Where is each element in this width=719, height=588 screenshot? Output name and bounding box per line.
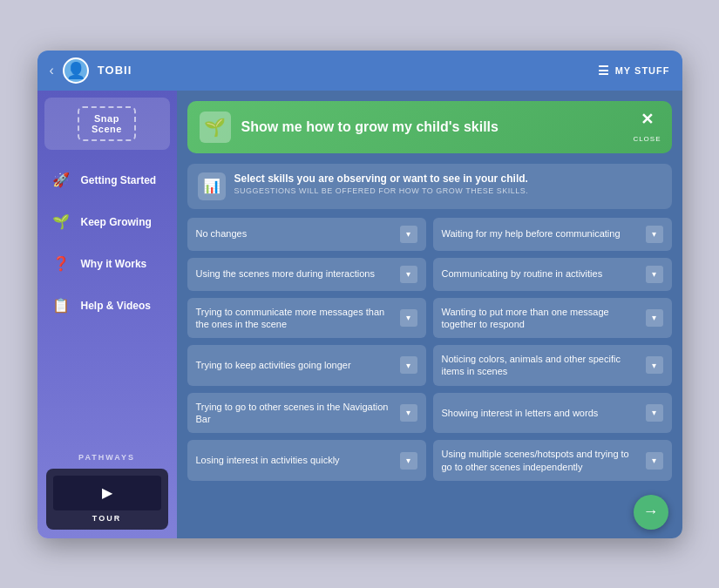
avatar: 👤	[63, 57, 89, 84]
skill-item-communicate-more[interactable]: Trying to communicate more messages than…	[187, 298, 426, 339]
skill-item-more-messages[interactable]: Wanting to put more than one message tog…	[433, 298, 672, 339]
sidebar-label-keep-growing: Keep Growing	[81, 216, 152, 228]
next-btn-area: →	[177, 491, 682, 538]
select-text: Select skills you are observing or want …	[234, 172, 529, 195]
skill-item-text: Showing interest in letters and words	[442, 407, 641, 419]
play-icon: ▶	[102, 484, 112, 501]
skills-grid: No changes ▾ Waiting for my help before …	[177, 218, 682, 491]
skill-item-text: Wanting to put more than one message tog…	[442, 306, 641, 331]
plant-icon: 🌱	[50, 211, 72, 233]
sidebar-item-getting-started[interactable]: 🚀 Getting Started	[37, 160, 177, 200]
sidebar-bottom: PATHWAYS ▶ TOUR	[37, 444, 177, 538]
skill-item-using-scenes[interactable]: Using the scenes more during interaction…	[187, 258, 426, 291]
tour-label: TOUR	[53, 514, 161, 523]
avatar-icon: 👤	[66, 61, 85, 80]
back-button[interactable]: ‹	[50, 63, 54, 78]
mystuff-label: MY STUFF	[615, 65, 670, 76]
chevron-down-icon: ▾	[400, 404, 417, 422]
main-content: 🌱 Show me how to grow my child's skills …	[177, 91, 682, 538]
question-icon: ❓	[50, 253, 72, 275]
sidebar-item-why-it-works[interactable]: ❓ Why it Works	[37, 244, 177, 284]
chevron-down-icon: ▾	[646, 266, 663, 283]
skill-item-text: Using multiple scenes/hotspots and tryin…	[442, 448, 641, 473]
skill-item-losing-interest[interactable]: Losing interest in activities quickly ▾	[187, 440, 426, 481]
chevron-down-icon: ▾	[646, 452, 663, 470]
header-username: TOBII	[98, 64, 132, 77]
sidebar: SnapScene 🚀 Getting Started 🌱 Keep Growi…	[37, 91, 177, 538]
app-container: ‹ 👤 TOBII ☰ MY STUFF SnapScene 🚀 Getting…	[37, 51, 682, 538]
header: ‹ 👤 TOBII ☰ MY STUFF	[37, 51, 682, 91]
skill-item-keep-activities[interactable]: Trying to keep activities going longer ▾	[187, 345, 426, 386]
chevron-down-icon: ▾	[400, 309, 417, 327]
header-right[interactable]: ☰ MY STUFF	[598, 64, 670, 78]
sidebar-label-why-it-works: Why it Works	[81, 258, 147, 270]
skill-item-text: Trying to go to other scenes in the Navi…	[196, 401, 395, 426]
close-label: CLOSE	[633, 135, 661, 143]
skill-item-waiting-for-help[interactable]: Waiting for my help before communicating…	[433, 218, 672, 251]
close-button[interactable]: ✕ CLOSE	[633, 110, 661, 145]
snap-scene-label: SnapScene	[78, 106, 136, 141]
chevron-down-icon: ▾	[646, 309, 663, 327]
header-left: ‹ 👤 TOBII	[50, 57, 132, 84]
tour-card[interactable]: ▶ TOUR	[46, 469, 168, 530]
skill-item-text: No changes	[196, 227, 395, 240]
sidebar-label-getting-started: Getting Started	[81, 174, 157, 186]
skill-header-icon: 🌱	[200, 112, 231, 143]
pathways-label: PATHWAYS	[46, 453, 168, 462]
body: SnapScene 🚀 Getting Started 🌱 Keep Growi…	[37, 91, 682, 538]
snap-scene-button[interactable]: SnapScene	[44, 98, 170, 150]
skill-item-text: Losing interest in activities quickly	[196, 454, 395, 466]
chevron-down-icon: ▾	[400, 266, 417, 283]
skill-header-title: Show me how to grow my child's skills	[241, 119, 499, 135]
sidebar-nav: 🚀 Getting Started 🌱 Keep Growing ❓ Why i…	[37, 157, 177, 329]
skill-header: 🌱 Show me how to grow my child's skills …	[187, 101, 672, 153]
skill-item-text: Waiting for my help before communicating	[442, 227, 641, 240]
chevron-down-icon: ▾	[400, 452, 417, 470]
skill-item-text: Noticing colors, animals and other speci…	[442, 353, 641, 378]
select-skills-box: 📊 Select skills you are observing or wan…	[187, 164, 672, 209]
skill-item-no-changes[interactable]: No changes ▾	[187, 218, 426, 251]
help-icon: 📋	[50, 294, 72, 317]
skill-item-noticing-colors[interactable]: Noticing colors, animals and other speci…	[433, 345, 672, 386]
skill-item-text: Trying to keep activities going longer	[196, 359, 395, 371]
select-title: Select skills you are observing or want …	[234, 172, 529, 185]
sidebar-item-help-videos[interactable]: 📋 Help & Videos	[37, 286, 177, 326]
select-subtitle: SUGGESTIONS WILL BE OFFERED FOR HOW TO G…	[234, 186, 529, 195]
skill-item-go-other-scenes[interactable]: Trying to go to other scenes in the Navi…	[187, 393, 426, 434]
skill-item-text: Trying to communicate more messages than…	[196, 306, 395, 331]
skill-item-communicating-routine[interactable]: Communicating by routine in activities ▾	[433, 258, 672, 291]
chevron-down-icon: ▾	[400, 226, 417, 243]
chevron-down-icon: ▾	[646, 356, 663, 374]
next-button[interactable]: →	[634, 495, 668, 530]
rocket-icon: 🚀	[50, 169, 72, 192]
sidebar-label-help-videos: Help & Videos	[81, 300, 151, 312]
chevron-down-icon: ▾	[646, 404, 663, 422]
skill-item-text: Communicating by routine in activities	[442, 267, 641, 280]
skill-item-text: Using the scenes more during interaction…	[196, 267, 395, 280]
select-icon: 📊	[198, 172, 226, 200]
mystuff-icon: ☰	[598, 64, 610, 78]
chevron-down-icon: ▾	[400, 356, 417, 374]
close-x-icon: ✕	[633, 110, 661, 129]
sidebar-item-keep-growing[interactable]: 🌱 Keep Growing	[37, 202, 177, 242]
skill-item-using-multiple-scenes[interactable]: Using multiple scenes/hotspots and tryin…	[433, 440, 672, 481]
skill-item-showing-interest[interactable]: Showing interest in letters and words ▾	[433, 393, 672, 434]
chevron-down-icon: ▾	[646, 226, 663, 243]
tour-thumbnail: ▶	[53, 476, 161, 510]
